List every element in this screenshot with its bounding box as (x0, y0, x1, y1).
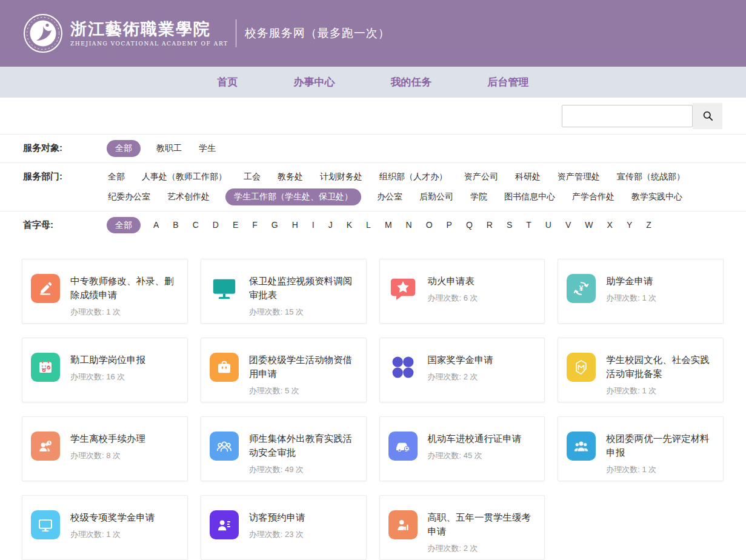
nav-item-3[interactable]: 我的任务 (391, 75, 432, 89)
service-title: 高职、五年一贯学生缓考申请 (428, 510, 536, 538)
group-solid-icon (567, 432, 596, 461)
initial-option[interactable]: Y (625, 217, 633, 234)
department-option[interactable]: 全部 (107, 168, 126, 185)
nav-item-1[interactable]: 首页 (218, 75, 238, 89)
department-option[interactable]: 教学实践中心 (630, 188, 684, 205)
department-option-selected[interactable]: 学生工作部（学生处、保卫处） (225, 188, 361, 205)
service-count-value: 1 次 (642, 293, 656, 302)
service-card[interactable]: 学生离校手续办理办理次数: 8 次 (22, 416, 188, 481)
service-count-label: 办理次数: (428, 544, 464, 553)
department-option[interactable]: 图书信息中心 (503, 188, 556, 205)
service-title: 国家奖学金申请 (428, 353, 494, 367)
briefcase-icon (210, 353, 239, 382)
service-card-body: 学生离校手续办理办理次数: 8 次 (70, 432, 145, 461)
department-option[interactable]: 学院 (469, 188, 488, 205)
initial-option[interactable]: B (172, 217, 179, 234)
service-count-label: 办理次数: (606, 386, 642, 395)
search-input[interactable] (562, 105, 693, 127)
initial-option[interactable]: A (152, 217, 160, 234)
service-card-body: 中专教师修改、补录、删除成绩申请办理次数: 1 次 (70, 274, 179, 318)
service-count: 办理次数: 1 次 (606, 293, 656, 304)
initial-option[interactable]: H (291, 217, 299, 234)
service-card[interactable]: 中专教师修改、补录、删除成绩申请办理次数: 1 次 (22, 259, 188, 324)
department-option[interactable]: 资产公司 (463, 168, 499, 185)
service-count-value: 1 次 (106, 530, 121, 539)
service-target-option-selected[interactable]: 全部 (107, 140, 141, 157)
initial-options: 全部ABCDEFGHIJKLMNOPQRSTUVWXYZ (107, 212, 671, 239)
initial-option[interactable]: N (405, 217, 413, 234)
university-identity: 浙江藝術職業學院 ZHEJIANG VOCATIONAL ACADEMY OF … (70, 20, 228, 47)
service-count-value: 1 次 (642, 465, 656, 474)
department-option[interactable]: 产学合作处 (571, 188, 616, 205)
service-card[interactable]: 国家奖学金申请办理次数: 2 次 (379, 338, 545, 402)
initial-option[interactable]: X (606, 217, 614, 234)
initial-option[interactable]: C (191, 217, 200, 234)
service-card[interactable]: 高职、五年一贯学生缓考申请办理次数: 2 次 (379, 495, 545, 560)
department-option[interactable]: 组织部（人才办） (378, 168, 448, 185)
initial-option[interactable]: E (231, 217, 239, 234)
initial-option[interactable]: Z (645, 217, 653, 234)
car-badge-icon (388, 432, 418, 461)
service-count: 办理次数: 1 次 (70, 307, 179, 318)
initial-option[interactable]: P (445, 217, 453, 234)
initial-option[interactable]: J (327, 217, 334, 234)
department-option[interactable]: 教务处 (276, 168, 304, 185)
initial-option[interactable]: O (425, 217, 434, 234)
initial-option[interactable]: I (311, 217, 316, 234)
service-card[interactable]: ¥助学金申请办理次数: 1 次 (558, 259, 724, 324)
service-count: 办理次数: 1 次 (70, 529, 155, 540)
initial-option[interactable]: K (345, 217, 353, 234)
initial-option[interactable]: L (365, 217, 372, 234)
initial-option-selected[interactable]: 全部 (107, 217, 141, 234)
group-outline-icon (210, 432, 239, 461)
department-option[interactable]: 宣传部（统战部） (616, 168, 686, 185)
service-target-options: 全部教职工学生 (107, 135, 235, 162)
nav-item-2[interactable]: 办事中心 (294, 75, 335, 89)
nav-item-4[interactable]: 后台管理 (488, 75, 529, 89)
initial-option[interactable]: S (505, 217, 513, 234)
initial-option[interactable]: G (270, 217, 279, 234)
service-card[interactable]: 学生校园文化、社会实践活动审批备案办理次数: 1 次 (558, 338, 724, 402)
department-option[interactable]: 人事处（教师工作部） (141, 168, 228, 185)
filter-row-department: 服务部门: 全部人事处（教师工作部）工会教务处计划财务处组织部（人才办）资产公司… (0, 163, 746, 212)
service-target-option[interactable]: 学生 (198, 140, 217, 157)
filter-row-service-target: 服务对象: 全部教职工学生 (0, 135, 746, 163)
initial-option[interactable]: M (384, 217, 393, 234)
initial-option[interactable]: F (251, 217, 259, 234)
initial-label: 首字母: (23, 212, 107, 231)
service-count: 办理次数: 6 次 (428, 293, 478, 304)
department-option[interactable]: 办公室 (376, 188, 404, 205)
initial-option[interactable]: U (544, 217, 553, 234)
initial-option[interactable]: T (525, 217, 533, 234)
search-button[interactable] (693, 103, 722, 129)
initial-option[interactable]: W (584, 217, 594, 234)
service-title: 保卫处监控视频资料调阅审批表 (249, 274, 358, 302)
service-count: 办理次数: 23 次 (249, 529, 305, 540)
service-title: 助学金申请 (606, 274, 656, 288)
main-nav: 首页办事中心我的任务后台管理 (0, 67, 746, 98)
service-card[interactable]: 勤工助学岗位申报办理次数: 16 次 (22, 338, 188, 402)
department-option[interactable]: 纪委办公室 (107, 188, 152, 205)
service-card[interactable]: 动火申请表办理次数: 6 次 (379, 259, 545, 324)
department-option[interactable]: 科研处 (514, 168, 542, 185)
department-option[interactable]: 计划财务处 (319, 168, 364, 185)
four-dots-icon (388, 353, 418, 382)
initial-option[interactable]: V (564, 217, 572, 234)
service-card[interactable]: 校级专项奖学金申请办理次数: 1 次 (22, 495, 188, 560)
service-card[interactable]: 团委校级学生活动物资借用申请办理次数: 5 次 (201, 338, 367, 402)
service-card[interactable]: 保卫处监控视频资料调阅审批表办理次数: 15 次 (201, 259, 367, 324)
service-card[interactable]: 校团委两优一先评定材料申报办理次数: 1 次 (558, 416, 724, 481)
department-option[interactable]: 工会 (242, 168, 262, 185)
initial-option[interactable]: Q (465, 217, 474, 234)
service-count: 办理次数: 1 次 (606, 385, 714, 396)
initial-option[interactable]: R (485, 217, 494, 234)
service-target-option[interactable]: 教职工 (155, 140, 183, 157)
service-card[interactable]: 访客预约申请办理次数: 23 次 (201, 495, 367, 560)
service-card[interactable]: 师生集体外出教育实践活动安全审批办理次数: 49 次 (201, 416, 367, 481)
initial-option[interactable]: D (211, 217, 220, 234)
department-option[interactable]: 艺术创作处 (166, 188, 211, 205)
department-option[interactable]: 后勤公司 (418, 188, 455, 205)
department-option[interactable]: 资产管理处 (556, 168, 601, 185)
service-title: 访客预约申请 (249, 510, 305, 524)
service-card[interactable]: 机动车进校通行证申请办理次数: 45 次 (379, 416, 545, 481)
